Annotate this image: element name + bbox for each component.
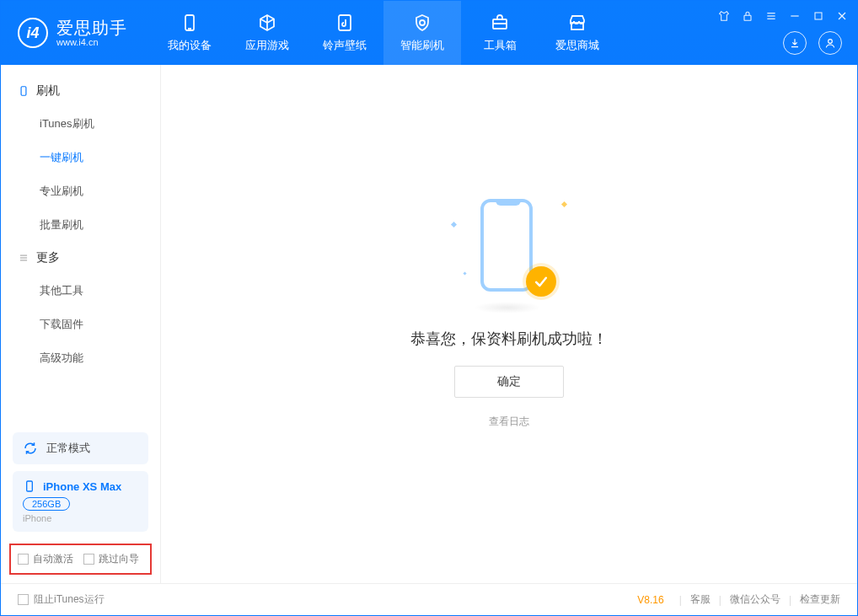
sparkle-icon [463,271,466,275]
confirm-button[interactable]: 确定 [454,366,564,398]
phone-icon [180,13,200,33]
toolbox-icon [490,13,510,33]
success-illustration [458,194,560,312]
sidebar-item-download-firmware[interactable]: 下载固件 [1,308,160,341]
store-icon [567,13,587,33]
svg-rect-18 [27,481,33,491]
refresh-shield-icon [412,13,432,33]
nav-label: 我的设备 [168,38,212,53]
nav-label: 铃声壁纸 [323,38,367,53]
sparkle-icon [451,222,457,228]
nav-label: 工具箱 [484,38,517,53]
device-name: iPhone XS Max [43,480,121,493]
version-label: V8.16 [637,594,663,606]
options-highlight: 自动激活 跳过向导 [9,544,152,575]
footer-link-update[interactable]: 检查更新 [800,592,840,607]
main-content: 恭喜您，保资料刷机成功啦！ 确定 查看日志 [161,65,857,583]
app-name: 爱思助手 [56,19,127,37]
sidebar-item-pro-flash[interactable]: 专业刷机 [1,174,160,208]
nav-store[interactable]: 爱思商城 [539,1,616,65]
titlebar: i4 爱思助手 www.i4.cn 我的设备 应用游戏 铃声壁纸 智能刷机 工具… [1,1,857,65]
mode-card[interactable]: 正常模式 [13,432,148,464]
sidebar-header-flash: 刷机 [1,75,160,107]
footer-link-wechat[interactable]: 微信公众号 [730,592,780,607]
checkbox-skip-guide[interactable]: 跳过向导 [83,552,139,566]
menu-lines-icon [18,252,29,264]
app-logo: i4 爱思助手 www.i4.cn [1,1,144,65]
nav-label: 智能刷机 [400,38,444,53]
cube-icon [257,13,277,33]
device-card[interactable]: iPhone XS Max 256GB iPhone [13,471,148,532]
nav-smart-flash[interactable]: 智能刷机 [383,1,461,65]
footer: 阻止iTunes运行 V8.16 | 客服 | 微信公众号 | 检查更新 [1,583,857,615]
sidebar-item-itunes-flash[interactable]: iTunes刷机 [1,107,160,141]
user-button[interactable] [818,31,842,55]
nav-ringtone-wallpaper[interactable]: 铃声壁纸 [306,1,383,65]
checkbox-auto-activate[interactable]: 自动激活 [18,552,73,566]
music-note-icon [335,13,355,33]
svg-point-13 [829,40,833,44]
success-check-icon [526,266,556,297]
lock-icon[interactable] [739,8,756,24]
svg-rect-10 [815,13,822,19]
maximize-button[interactable] [810,8,827,24]
sidebar-header-more: 更多 [1,242,160,274]
checkbox-icon [83,554,94,565]
footer-link-support[interactable]: 客服 [690,592,711,607]
shirt-icon[interactable] [716,8,732,24]
sidebar: 刷机 iTunes刷机 一键刷机 专业刷机 批量刷机 更多 其他工具 下载固件 … [1,65,161,583]
device-storage: 256GB [23,497,70,511]
close-button[interactable] [834,8,850,24]
window-controls [716,8,850,24]
success-title: 恭喜您，保资料刷机成功啦！ [410,329,608,349]
view-log-link[interactable]: 查看日志 [489,415,529,429]
checkbox-icon [18,554,29,565]
mode-label: 正常模式 [46,441,90,456]
download-button[interactable] [783,31,807,55]
sync-icon [23,441,38,456]
nav-label: 爱思商城 [555,38,599,53]
workspace: 刷机 iTunes刷机 一键刷机 专业刷机 批量刷机 更多 其他工具 下载固件 … [1,65,857,583]
sparkle-icon [561,201,567,207]
device-type: iPhone [23,513,138,523]
app-url: www.i4.cn [56,37,127,47]
nav-label: 应用游戏 [245,38,289,53]
device-icon [18,85,29,97]
checkbox-block-itunes[interactable]: 阻止iTunes运行 [18,592,105,607]
phone-outline-icon [480,199,533,292]
nav-toolbox[interactable]: 工具箱 [461,1,539,65]
phone-small-icon [23,479,36,493]
menu-icon[interactable] [763,8,780,24]
svg-rect-14 [21,87,26,96]
main-nav: 我的设备 应用游戏 铃声壁纸 智能刷机 工具箱 爱思商城 [151,1,616,65]
header-actions [783,31,842,55]
logo-icon: i4 [18,18,48,48]
svg-rect-5 [744,15,751,20]
nav-my-device[interactable]: 我的设备 [151,1,228,65]
checkbox-icon [18,594,29,605]
sidebar-item-oneclick-flash[interactable]: 一键刷机 [1,141,160,174]
sidebar-item-other-tools[interactable]: 其他工具 [1,274,160,308]
sidebar-item-advanced[interactable]: 高级功能 [1,341,160,375]
sidebar-item-batch-flash[interactable]: 批量刷机 [1,208,160,242]
svg-rect-2 [339,15,351,30]
nav-apps-games[interactable]: 应用游戏 [228,1,306,65]
minimize-button[interactable] [786,8,803,24]
